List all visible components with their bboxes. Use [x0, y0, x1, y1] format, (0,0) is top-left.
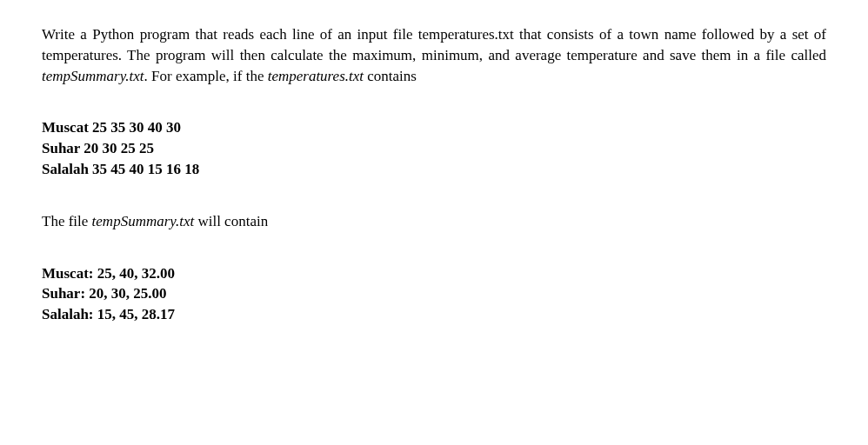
- output-line-1: Muscat: 25, 40, 32.00: [42, 263, 826, 284]
- output-label-prefix: The file: [42, 213, 92, 229]
- output-file-contents: Muscat: 25, 40, 32.00 Suhar: 20, 30, 25.…: [42, 263, 826, 325]
- output-label-suffix: will contain: [194, 213, 268, 229]
- output-line-2: Suhar: 20, 30, 25.00: [42, 283, 826, 304]
- problem-statement: Write a Python program that reads each l…: [42, 24, 826, 86]
- output-line-3: Salalah: 15, 45, 28.17: [42, 304, 826, 325]
- input-line-2: Suhar 20 30 25 25: [42, 138, 826, 159]
- intro-text-mid: . For example, if the: [144, 68, 268, 84]
- input-line-3: Salalah 35 45 40 15 16 18: [42, 159, 826, 180]
- intro-text-prefix: Write a Python program that reads each l…: [42, 26, 826, 63]
- input-file-contents: Muscat 25 35 30 40 30 Suhar 20 30 25 25 …: [42, 117, 826, 179]
- output-label-filename: tempSummary.txt: [92, 213, 195, 229]
- output-label: The file tempSummary.txt will contain: [42, 211, 826, 232]
- intro-text-suffix: contains: [364, 68, 417, 84]
- input-line-1: Muscat 25 35 30 40 30: [42, 117, 826, 138]
- intro-filename-1: tempSummary.txt: [42, 68, 144, 84]
- intro-filename-2: temperatures.txt: [268, 68, 364, 84]
